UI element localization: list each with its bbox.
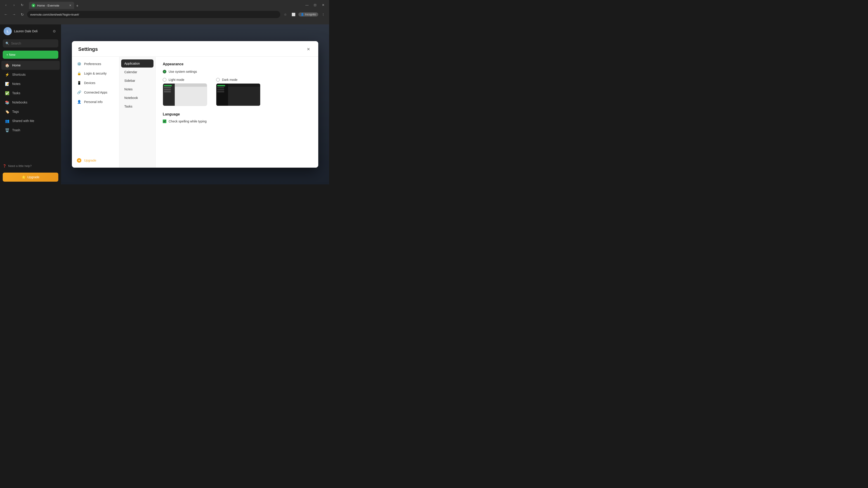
reload-button[interactable]: ↻ (19, 2, 25, 8)
settings-subnav-notebook[interactable]: Notebook (121, 94, 153, 102)
sidebar-label-shared: Shared with Me (12, 119, 34, 123)
bookmark-icon[interactable]: ☆ (282, 11, 288, 18)
radio-light-input[interactable] (163, 78, 166, 82)
settings-nav-connected-apps-label: Connected Apps (84, 91, 107, 94)
settings-subnav-tasks-label: Tasks (124, 105, 132, 108)
reload-nav-icon[interactable]: ↻ (19, 11, 25, 18)
settings-upgrade-label: Upgrade (84, 159, 96, 162)
spell-check-label[interactable]: Check spelling while typing (163, 120, 311, 123)
incognito-badge: 👤 Incognito (298, 12, 318, 17)
tab-close-button[interactable]: ✕ (69, 4, 71, 7)
active-tab[interactable]: e Home - Evernote ✕ (29, 2, 74, 9)
personal-info-icon: 👤 (77, 100, 81, 104)
minimize-button[interactable]: — (304, 2, 310, 8)
light-mode-container: Light mode (163, 78, 207, 106)
forward-nav-icon[interactable]: → (11, 11, 17, 18)
light-preview-inner (163, 84, 207, 106)
settings-subnav: Application Calendar Sidebar Notes Noteb (119, 57, 156, 168)
sidebar-nav: 🏠 Home ⚡ Shortcuts 📝 Notes ✅ Tasks 📚 Not… (0, 61, 61, 162)
url-text: evernote.com/client/web?login=true#/ (30, 13, 79, 16)
spell-check-input[interactable] (163, 120, 166, 123)
settings-subnav-calendar[interactable]: Calendar (121, 68, 153, 76)
radio-dark-input[interactable] (216, 78, 220, 82)
light-preview-bar-1 (164, 85, 172, 86)
appearance-title: Appearance (163, 62, 311, 66)
settings-nav-login-security-label: Login & security (84, 72, 107, 75)
sidebar-item-shortcuts[interactable]: ⚡ Shortcuts (1, 70, 60, 79)
settings-nav-preferences[interactable]: ⚙️ Preferences (74, 59, 117, 68)
modal-body: ⚙️ Preferences 🔒 Login & security 📱 Devi… (72, 57, 318, 168)
settings-subnav-notes[interactable]: Notes (121, 85, 153, 93)
notes-icon: 📝 (5, 82, 9, 86)
settings-subnav-sidebar-label: Sidebar (124, 79, 135, 83)
help-label: Need a little help? (8, 164, 32, 168)
radio-system-settings[interactable]: Use system settings (163, 70, 311, 73)
settings-icon-button[interactable]: ⚙ (51, 28, 57, 34)
sidebar-item-trash[interactable]: 🗑️ Trash (1, 126, 60, 135)
settings-nav-personal-info[interactable]: 👤 Personal info (74, 97, 117, 106)
modal-header: Settings ✕ (72, 41, 318, 57)
light-preview-bar-4 (164, 91, 171, 92)
back-button[interactable]: ‹ (3, 2, 9, 8)
tablet-icon[interactable]: ⬜ (290, 11, 297, 18)
radio-light-mode[interactable]: Light mode (163, 78, 207, 82)
settings-subnav-sidebar[interactable]: Sidebar (121, 76, 153, 85)
sidebar-item-tags[interactable]: 🏷️ Tags (1, 107, 60, 116)
settings-subnav-application[interactable]: Application (121, 59, 153, 68)
sidebar: L Lauren Dale Deli ⚙ 🔍 Search + New 🏠 Ho… (0, 24, 61, 184)
sidebar-item-tasks[interactable]: ✅ Tasks (1, 89, 60, 98)
sidebar-footer: ⭐ Upgrade (0, 170, 61, 184)
sidebar-item-notebooks[interactable]: 📚 Notebooks (1, 98, 60, 107)
more-options-icon[interactable]: ⋮ (320, 11, 327, 18)
radio-system-label: Use system settings (168, 70, 197, 73)
dark-preview-topbar (228, 84, 260, 87)
browser-chrome: ‹ › ↻ e Home - Evernote ✕ + — ⊡ ✕ ← → ↻ … (0, 0, 329, 24)
radio-dark-label: Dark mode (222, 78, 237, 82)
sidebar-label-notebooks: Notebooks (12, 101, 27, 104)
settings-nav-connected-apps[interactable]: 🔗 Connected Apps (74, 88, 117, 97)
sidebar-item-shared[interactable]: 👥 Shared with Me (1, 116, 60, 125)
light-preview-bar-2 (164, 87, 171, 88)
sidebar-item-home[interactable]: 🏠 Home (1, 61, 60, 70)
new-button[interactable]: + New (3, 51, 58, 59)
sidebar-item-notes[interactable]: 📝 Notes (1, 79, 60, 88)
close-window-button[interactable]: ✕ (320, 2, 327, 8)
url-bar[interactable]: evernote.com/client/web?login=true#/ (27, 11, 280, 18)
radio-dark-mode[interactable]: Dark mode (216, 78, 260, 82)
dark-mode-preview (216, 84, 260, 106)
incognito-label: Incognito (305, 13, 316, 16)
settings-subnav-notebook-label: Notebook (124, 96, 138, 100)
main-content: Good evening, Lauren! THURSDAY, FEBRUARY… (61, 24, 329, 184)
upgrade-button-sidebar[interactable]: ⭐ Upgrade (3, 173, 58, 182)
forward-button[interactable]: › (11, 2, 17, 8)
light-preview-topbar (175, 84, 207, 87)
upgrade-icon-sidebar: ⭐ (22, 175, 26, 179)
settings-subnav-tasks[interactable]: Tasks (121, 102, 153, 110)
connected-apps-icon: 🔗 (77, 90, 81, 95)
sidebar-label-home: Home (12, 64, 21, 67)
tab-bar: e Home - Evernote ✕ + (27, 1, 302, 9)
sidebar-label-trash: Trash (12, 128, 20, 132)
search-icon: 🔍 (5, 41, 9, 45)
browser-omnibar: ← → ↻ evernote.com/client/web?login=true… (0, 10, 329, 19)
settings-nav: ⚙️ Preferences 🔒 Login & security 📱 Devi… (72, 57, 119, 168)
settings-subnav-calendar-label: Calendar (124, 70, 137, 74)
dark-preview-main (228, 87, 260, 106)
settings-nav-upgrade[interactable]: ★ Upgrade (74, 156, 117, 165)
maximize-button[interactable]: ⊡ (312, 2, 318, 8)
search-bar[interactable]: 🔍 Search (3, 39, 58, 47)
upgrade-label-sidebar: Upgrade (27, 175, 39, 179)
settings-nav-devices-label: Devices (84, 81, 95, 85)
radio-system-input[interactable] (163, 70, 166, 73)
shortcuts-icon: ⚡ (5, 72, 9, 77)
back-nav-icon[interactable]: ← (3, 11, 9, 18)
modal-close-button[interactable]: ✕ (305, 46, 312, 53)
settings-nav-login-security[interactable]: 🔒 Login & security (74, 69, 117, 78)
new-tab-button[interactable]: + (74, 3, 81, 9)
dark-preview-sidebar (216, 84, 228, 106)
tags-icon: 🏷️ (5, 109, 9, 114)
help-link[interactable]: ❓ Need a little help? (0, 162, 61, 170)
browser-titlebar: ‹ › ↻ e Home - Evernote ✕ + — ⊡ ✕ (0, 0, 329, 10)
settings-modal: Settings ✕ ⚙️ Preferences 🔒 Login & secu… (72, 41, 318, 168)
settings-nav-devices[interactable]: 📱 Devices (74, 78, 117, 88)
